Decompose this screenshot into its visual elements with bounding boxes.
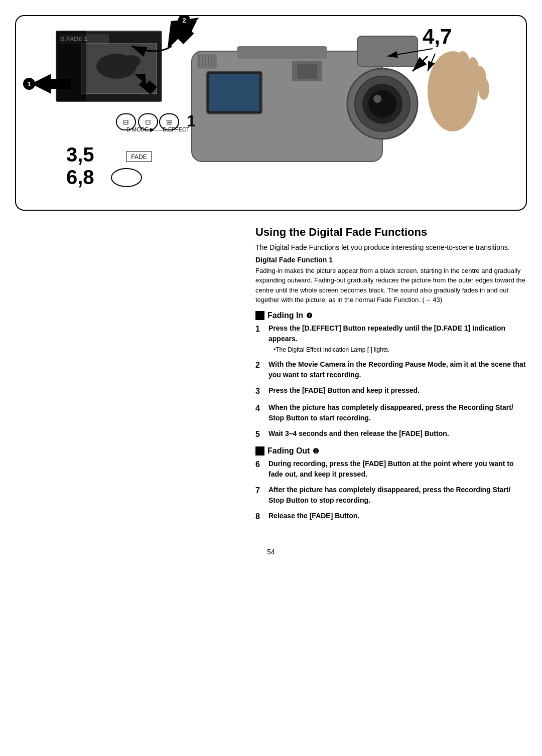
step-1-text: Press the [D.EFFECT] Button repeatedly u… — [268, 324, 505, 343]
svg-rect-20 — [357, 36, 418, 66]
step-number-6: 6 — [255, 459, 264, 480]
main-illustration-svg: D.FADE 1 2 1 — [16, 16, 527, 210]
svg-text:2: 2 — [182, 17, 186, 24]
steps-list-fading-in: 1 Press the [D.EFFECT] Button repeatedly… — [255, 323, 527, 440]
fading-in-label: Fading In ❶ — [255, 311, 527, 320]
svg-text:3,5: 3,5 — [66, 143, 94, 166]
step-4-content: When the picture has completely disappea… — [268, 402, 527, 423]
step-4-text: When the picture has completely disappea… — [268, 403, 513, 422]
step-7: 7 After the picture has completely disap… — [255, 485, 527, 506]
step-1-bullet: •The Digital Effect Indication Lamp [ ] … — [274, 345, 527, 354]
circle-2-icon: ❷ — [313, 447, 319, 455]
step-6-content: During recording, press the [FADE] Butto… — [268, 459, 527, 480]
svg-point-53 — [111, 169, 142, 187]
black-square-out-icon — [255, 446, 264, 456]
step-5: 5 Wait 3–4 seconds and then release the … — [255, 428, 527, 440]
step-number-7: 7 — [255, 485, 264, 506]
step-3-content: Press the [FADE] Button and keep it pres… — [268, 385, 527, 397]
steps-list-fading-out: 6 During recording, press the [FADE] But… — [255, 459, 527, 523]
step-number-5: 5 — [255, 428, 264, 440]
step-7-text: After the picture has completely disappe… — [268, 486, 510, 504]
step-5-content: Wait 3–4 seconds and then release the [F… — [268, 428, 527, 440]
step-6: 6 During recording, press the [FADE] But… — [255, 459, 527, 480]
page-number: 54 — [0, 548, 542, 571]
intro-text: The Digital Fade Functions let you produ… — [255, 243, 527, 253]
section-title: Using the Digital Fade Functions — [255, 226, 527, 239]
svg-rect-30 — [297, 64, 317, 79]
digital-fade-heading: Digital Fade Function 1 — [255, 256, 527, 264]
svg-text:1: 1 — [187, 112, 196, 130]
step-number-1: 1 — [255, 323, 264, 354]
step-4: 4 When the picture has completely disapp… — [255, 402, 527, 423]
step-8-content: Release the [FADE] Button. — [268, 511, 527, 523]
step-7-content: After the picture has completely disappe… — [268, 485, 527, 506]
svg-rect-28 — [237, 46, 327, 59]
svg-text:⊟: ⊟ — [123, 118, 129, 126]
svg-text:6,8: 6,8 — [66, 166, 94, 188]
svg-text:1: 1 — [27, 80, 31, 88]
step-3: 3 Press the [FADE] Button and keep it pr… — [255, 385, 527, 397]
step-8: 8 Release the [FADE] Button. — [255, 511, 527, 523]
step-number-8: 8 — [255, 511, 264, 523]
svg-point-5 — [122, 55, 141, 67]
left-column — [15, 226, 245, 528]
content-area: Using the Digital Fade Functions The Dig… — [15, 226, 527, 528]
step-1: 1 Press the [D.EFFECT] Button repeatedly… — [255, 323, 527, 354]
digital-fade-body: Fading-in makes the picture appear from … — [255, 266, 527, 305]
step-number-4: 4 — [255, 402, 264, 423]
svg-text:⊡: ⊡ — [145, 118, 151, 126]
step-2: 2 With the Movie Camera in the Recording… — [255, 359, 527, 380]
svg-text:4,7: 4,7 — [423, 25, 452, 48]
right-column: Using the Digital Fade Functions The Dig… — [245, 226, 527, 528]
svg-point-19 — [373, 95, 381, 103]
svg-rect-31 — [197, 54, 217, 69]
svg-text:FADE: FADE — [131, 154, 147, 161]
svg-point-25 — [478, 78, 489, 100]
svg-rect-6 — [56, 31, 86, 101]
illustration-box: D.FADE 1 2 1 — [15, 15, 527, 211]
step-number-2: 2 — [255, 359, 264, 380]
step-3-text: Press the [FADE] Button and keep it pres… — [268, 386, 420, 394]
step-6-text: During recording, press the [FADE] Butto… — [268, 460, 513, 478]
step-5-text: Wait 3–4 seconds and then release the [F… — [268, 429, 449, 437]
step-8-text: Release the [FADE] Button. — [268, 512, 359, 520]
svg-text:⊞: ⊞ — [166, 118, 172, 126]
circle-1-icon: ❶ — [306, 312, 313, 320]
svg-point-18 — [368, 90, 396, 118]
step-1-content: Press the [D.EFFECT] Button repeatedly u… — [268, 323, 527, 354]
step-2-content: With the Movie Camera in the Recording P… — [268, 359, 527, 380]
fading-out-label: Fading Out ❷ — [255, 446, 527, 456]
step-2-text: With the Movie Camera in the Recording P… — [268, 360, 526, 379]
black-square-icon — [255, 311, 264, 320]
step-number-3: 3 — [255, 385, 264, 397]
svg-rect-27 — [209, 74, 259, 111]
